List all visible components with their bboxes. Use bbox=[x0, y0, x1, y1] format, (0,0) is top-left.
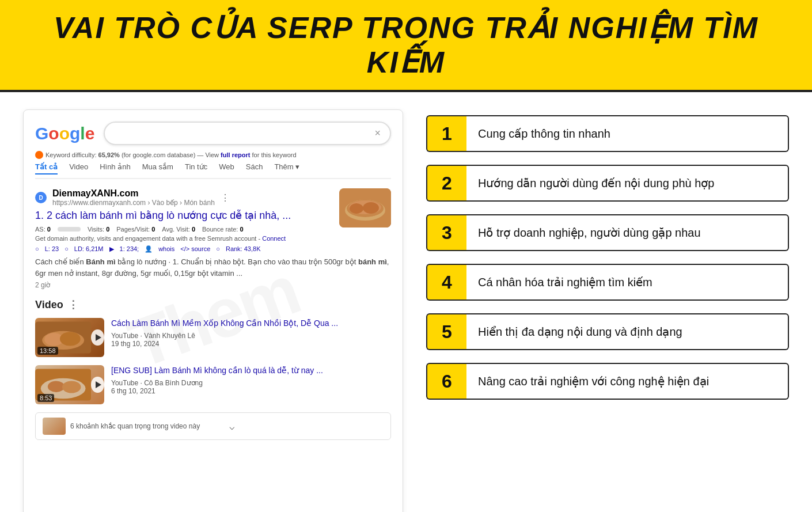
video-title-1[interactable]: Cách Làm Bánh Mì Mềm Xốp Không Cần Nhồi … bbox=[111, 318, 391, 329]
link-code[interactable]: </> source bbox=[180, 245, 210, 253]
bottom-thumb-mini bbox=[43, 418, 66, 435]
logo-o2: o bbox=[59, 124, 70, 143]
metric-avg: Avg. Visit: 0 bbox=[162, 226, 195, 233]
number-badge-1: 1 bbox=[426, 115, 466, 152]
google-logo: Google bbox=[35, 124, 94, 143]
link-whois[interactable]: whois bbox=[158, 245, 174, 253]
video-title-2[interactable]: [ENG SUB] Làm Bánh Mì không cần lò quá l… bbox=[111, 365, 391, 377]
chevron-down-icon[interactable]: ⌵ bbox=[229, 421, 384, 432]
logo-g2: g bbox=[70, 124, 80, 143]
bread-thumbnail-svg bbox=[339, 188, 391, 227]
number-badge-2: 2 bbox=[426, 165, 466, 202]
right-panel: 1Cung cấp thông tin nhanh2Hướng dẫn ngườ… bbox=[426, 109, 789, 400]
video-play-icon-1[interactable] bbox=[91, 329, 104, 346]
result-links: ○ L: 23 ○ LD: 6,21M ▶ 1: 234; 👤 whois </… bbox=[35, 245, 332, 253]
result-time: 2 giờ bbox=[35, 281, 391, 289]
metric-pages: Pages/Visit: 0 bbox=[116, 226, 155, 233]
metric-as: AS: 0 bbox=[35, 226, 51, 233]
video-item-2: 8:53 [ENG SUB] Làm Bánh Mì không cần lò … bbox=[35, 365, 391, 404]
bottom-bar[interactable]: 6 khoảnh khắc quan trọng trong video này… bbox=[35, 412, 391, 440]
tab-web[interactable]: Web bbox=[219, 162, 234, 175]
metric-bar bbox=[58, 227, 81, 232]
result-text-area: D DienmayXANH.com https://www.dienmayxan… bbox=[35, 188, 332, 256]
metric-bounce: Bounce rate: 0 bbox=[202, 226, 244, 233]
item-text-3: Hỗ trợ doanh nghiệp, người dùng gặp nhau bbox=[478, 226, 701, 240]
main-content: Them Google cách làm bánh mì × Keyword d… bbox=[0, 92, 812, 512]
video-date-1: 19 thg 10, 2024 bbox=[111, 340, 391, 348]
item-text-box-2: Hướng dẫn người dùng đến nội dung phù hợ… bbox=[466, 165, 789, 202]
search-bar[interactable]: cách làm bánh mì × bbox=[104, 122, 391, 145]
video-thumb-2: 8:53 bbox=[35, 365, 104, 404]
numbered-item-6: 6Nâng cao trải nghiệm với công nghệ hiện… bbox=[426, 363, 789, 400]
item-text-5: Hiển thị đa dạng nội dung và định dạng bbox=[478, 325, 682, 339]
svg-point-9 bbox=[60, 332, 81, 346]
result-header: D DienmayXANH.com https://www.dienmayxan… bbox=[35, 188, 332, 207]
kw-report-link[interactable]: full report bbox=[221, 151, 250, 158]
item-text-6: Nâng cao trải nghiệm với công nghệ hiện … bbox=[478, 374, 709, 388]
link-i[interactable]: 1: 234; bbox=[120, 245, 139, 253]
video-channel-1: YouTube · Vành Khuyên Lê bbox=[111, 332, 391, 340]
item-text-1: Cung cấp thông tin nhanh bbox=[478, 127, 610, 141]
link-circle-icon: ○ bbox=[35, 245, 39, 253]
semrush-connect-link[interactable]: Connect bbox=[262, 235, 286, 242]
video-play-icon-2[interactable] bbox=[91, 377, 104, 393]
svg-point-13 bbox=[62, 381, 81, 393]
logo-l: l bbox=[80, 124, 85, 143]
result-options-icon[interactable]: ⋮ bbox=[221, 192, 230, 203]
result-semrush-bar: Get domain authority, visits and engagem… bbox=[35, 235, 332, 242]
close-icon[interactable]: × bbox=[374, 127, 381, 139]
tab-books[interactable]: Sách bbox=[246, 162, 263, 175]
search-result-1: D DienmayXANH.com https://www.dienmayxan… bbox=[35, 188, 391, 289]
link-play: ▶ bbox=[109, 245, 114, 253]
tab-video[interactable]: Video bbox=[69, 162, 88, 175]
nav-tabs: Tất cả Video Hình ảnh Mua sắm Tin tức We… bbox=[35, 162, 391, 179]
numbered-item-5: 5Hiển thị đa dạng nội dung và định dạng bbox=[426, 313, 789, 350]
item-text-box-4: Cá nhân hóa trải nghiệm tìm kiếm bbox=[466, 264, 789, 301]
tab-shopping[interactable]: Mua sắm bbox=[142, 162, 173, 175]
video-date-2: 6 thg 10, 2021 bbox=[111, 387, 391, 395]
numbered-item-3: 3Hỗ trợ doanh nghiệp, người dùng gặp nha… bbox=[426, 214, 789, 251]
link-circle3: ○ bbox=[216, 245, 220, 253]
result-title-link[interactable]: 1. 2 cách làm bánh mì bằng lò nướng cực … bbox=[35, 209, 332, 222]
logo-o1: o bbox=[48, 124, 59, 143]
serp-content: Google cách làm bánh mì × Keyword diffic… bbox=[35, 122, 391, 440]
item-text-4: Cá nhân hóa trải nghiệm tìm kiếm bbox=[478, 275, 652, 289]
video-section-label: Video bbox=[35, 299, 63, 311]
semrush-icon bbox=[35, 151, 43, 159]
video-item-1: 13:58 Cách Làm Bánh Mì Mềm Xốp Không Cần… bbox=[35, 318, 391, 357]
link-ld[interactable]: LD: 6,21M bbox=[74, 245, 104, 253]
tab-images[interactable]: Hình ảnh bbox=[100, 162, 131, 175]
kw-difficulty-bar: Keyword difficulty: 65,92% (for google.c… bbox=[35, 151, 391, 159]
link-l[interactable]: L: 23 bbox=[45, 245, 59, 253]
logo-g: G bbox=[35, 124, 48, 143]
result-snippet: Cách chế biến Bánh mì bằng lò nướng · 1.… bbox=[35, 256, 391, 279]
item-text-box-6: Nâng cao trải nghiệm với công nghệ hiện … bbox=[466, 363, 789, 400]
video-options-icon[interactable]: ⋮ bbox=[68, 298, 78, 311]
tab-news[interactable]: Tin tức bbox=[185, 162, 207, 175]
item-text-box-3: Hỗ trợ doanh nghiệp, người dùng gặp nhau bbox=[466, 214, 789, 251]
metric-visits: Visits: 0 bbox=[88, 226, 109, 233]
video-info-1: Cách Làm Bánh Mì Mềm Xốp Không Cần Nhồi … bbox=[111, 318, 391, 348]
svg-point-5 bbox=[363, 202, 379, 214]
item-text-2: Hướng dẫn người dùng đến nội dung phù hợ… bbox=[478, 176, 715, 190]
video-duration-1: 13:58 bbox=[37, 347, 58, 355]
number-badge-3: 3 bbox=[426, 214, 466, 251]
svg-point-4 bbox=[350, 203, 363, 214]
result-with-thumb: D DienmayXANH.com https://www.dienmayxan… bbox=[35, 188, 391, 256]
tab-more[interactable]: Thêm ▾ bbox=[274, 162, 299, 175]
numbered-item-1: 1Cung cấp thông tin nhanh bbox=[426, 115, 789, 152]
result-site-info: DienmayXANH.com https://www.dienmayxanh.… bbox=[52, 188, 215, 207]
search-input[interactable]: cách làm bánh mì bbox=[114, 128, 374, 139]
number-badge-5: 5 bbox=[426, 313, 466, 350]
link-user: 👤 bbox=[145, 245, 153, 253]
result-favicon: D bbox=[35, 192, 47, 203]
link-circle2: ○ bbox=[64, 245, 69, 253]
number-badge-6: 6 bbox=[426, 363, 466, 400]
header-banner: VAI TRÒ CỦA SERP TRONG TRẢI NGHIỆM TÌM K… bbox=[0, 0, 812, 92]
number-badge-4: 4 bbox=[426, 264, 466, 301]
tab-all[interactable]: Tất cả bbox=[35, 162, 58, 175]
item-text-box-1: Cung cấp thông tin nhanh bbox=[466, 115, 789, 152]
numbered-item-2: 2Hướng dẫn người dùng đến nội dung phù h… bbox=[426, 165, 789, 202]
logo-e: e bbox=[85, 124, 95, 143]
video-info-2: [ENG SUB] Làm Bánh Mì không cần lò quá l… bbox=[111, 365, 391, 395]
